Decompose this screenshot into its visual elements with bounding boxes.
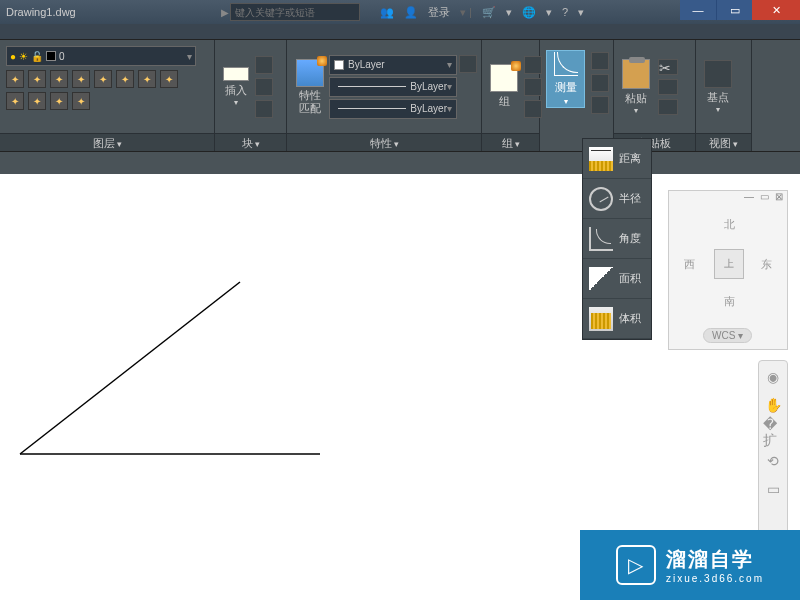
chevron-down-icon: ▾ <box>564 97 568 106</box>
panel-utilities: 测量 ▾ <box>540 40 614 151</box>
layer-tool-6[interactable]: ✦ <box>116 70 134 88</box>
color-combo[interactable]: ByLayer ▾ <box>329 55 457 75</box>
signin-label[interactable]: 登录 <box>428 5 450 20</box>
nav-showmotion-icon[interactable]: ▭ <box>763 479 783 499</box>
group-button[interactable]: 组 <box>486 60 522 113</box>
insert-button[interactable]: 插入 ▾ <box>219 67 253 107</box>
layer-tool-10[interactable]: ✦ <box>28 92 46 110</box>
panel-group: 组 组▾ <box>482 40 540 151</box>
calculator-icon[interactable] <box>591 96 609 114</box>
layer-tool-8[interactable]: ✦ <box>160 70 178 88</box>
help-dd[interactable]: ▾ <box>578 6 584 19</box>
lineweight-icon <box>338 86 406 87</box>
viewcube-top-face[interactable]: 上 <box>714 249 744 279</box>
stayconnected-icon[interactable]: 🌐 <box>522 6 536 19</box>
nav-pan-icon[interactable]: ✋ <box>763 395 783 415</box>
stayconnected-dd[interactable]: ▾ <box>546 6 552 19</box>
viewcube-east[interactable]: 东 <box>761 257 772 272</box>
linetype-icon <box>338 108 406 109</box>
close-button[interactable]: ✕ <box>752 0 800 20</box>
measure-volume-item[interactable]: 体积 <box>583 299 651 339</box>
layer-combo[interactable]: ● ☀ 🔓 0 ▾ <box>6 46 196 66</box>
nav-zoom-icon[interactable]: �扩 <box>763 423 783 443</box>
lineweight-combo[interactable]: ByLayer ▾ <box>329 77 457 97</box>
navigation-bar: ◉ ✋ �扩 ⟲ ▭ <box>758 360 788 540</box>
watermark-logo-icon: ▷ <box>616 545 656 585</box>
vc-close-icon[interactable]: ⊠ <box>775 191 783 205</box>
measure-button[interactable]: 测量 ▾ <box>546 50 585 108</box>
titlebar: Drawing1.dwg ▶ 👥 👤 登录 ▾ | 🛒 ▾ 🌐 ▾ ? ▾ — … <box>0 0 800 24</box>
edit-block-icon[interactable] <box>255 78 273 96</box>
linetype-combo[interactable]: ByLayer ▾ <box>329 99 457 119</box>
list-icon[interactable] <box>459 55 477 73</box>
panel-title-block[interactable]: 块▾ <box>215 133 286 151</box>
cut-icon[interactable]: ✂ <box>658 59 678 75</box>
viewcube[interactable]: 北 南 西 东 上 <box>678 213 778 313</box>
edit-attr-icon[interactable] <box>255 100 273 118</box>
chevron-down-icon: ▾ <box>716 105 720 114</box>
document-filename: Drawing1.dwg <box>0 6 76 18</box>
exchange-icon[interactable]: 🛒 <box>482 6 496 19</box>
measure-distance-item[interactable]: 距离 <box>583 139 651 179</box>
layer-name: 0 <box>59 51 65 62</box>
nav-orbit-icon[interactable]: ⟲ <box>763 451 783 471</box>
help-icon[interactable]: ? <box>562 6 568 18</box>
search-input[interactable] <box>235 7 355 18</box>
nav-wheel-icon[interactable]: ◉ <box>763 367 783 387</box>
layer-tool-11[interactable]: ✦ <box>50 92 68 110</box>
layer-tool-5[interactable]: ✦ <box>94 70 112 88</box>
menubar <box>0 24 800 40</box>
search-arrow-icon: ▶ <box>221 7 229 18</box>
watermark: ▷ 溜溜自学 zixue.3d66.com <box>580 530 800 600</box>
infocenter-icon[interactable]: 👥 <box>380 6 394 19</box>
layer-tool-9[interactable]: ✦ <box>6 92 24 110</box>
maximize-button[interactable]: ▭ <box>716 0 752 20</box>
signin-icon[interactable]: 👤 <box>404 6 418 19</box>
volume-icon <box>589 307 613 331</box>
viewcube-panel: — ▭ ⊠ 北 南 西 东 上 WCS ▾ <box>668 190 788 350</box>
layer-tool-12[interactable]: ✦ <box>72 92 90 110</box>
select-all-icon[interactable] <box>591 52 609 70</box>
layer-tool-4[interactable]: ✦ <box>72 70 90 88</box>
vc-minimize-icon[interactable]: — <box>744 191 754 205</box>
radius-icon <box>589 187 613 211</box>
measure-angle-item[interactable]: 角度 <box>583 219 651 259</box>
measure-area-item[interactable]: 面积 <box>583 259 651 299</box>
vc-restore-icon[interactable]: ▭ <box>760 191 769 205</box>
watermark-title: 溜溜自学 <box>666 546 764 573</box>
panel-title-view[interactable]: 视图▾ <box>696 133 751 151</box>
insert-icon <box>223 67 249 81</box>
exchange-dd[interactable]: ▾ <box>506 6 512 19</box>
basepoint-button[interactable]: 基点 ▾ <box>700 56 736 118</box>
match-properties-icon <box>296 59 324 87</box>
panel-title-group[interactable]: 组▾ <box>482 133 539 151</box>
layer-tool-7[interactable]: ✦ <box>138 70 156 88</box>
layer-tool-1[interactable]: ✦ <box>6 70 24 88</box>
minimize-button[interactable]: — <box>680 0 716 20</box>
viewcube-north[interactable]: 北 <box>724 217 735 232</box>
viewcube-south[interactable]: 南 <box>724 294 735 309</box>
quick-select-icon[interactable] <box>591 74 609 92</box>
lock-icon: 🔓 <box>31 51 43 62</box>
create-block-icon[interactable] <box>255 56 273 74</box>
layer-tool-3[interactable]: ✦ <box>50 70 68 88</box>
viewcube-west[interactable]: 西 <box>684 257 695 272</box>
paste-button[interactable]: 粘贴 ▾ <box>618 55 654 119</box>
chevron-down-icon: ▾ <box>187 51 192 62</box>
panel-title-layer[interactable]: 图层▾ <box>0 133 214 151</box>
panel-clipboard: 粘贴 ▾ ✂ 剪贴板 <box>614 40 696 151</box>
copy-icon[interactable] <box>658 79 678 95</box>
wcs-badge[interactable]: WCS ▾ <box>703 328 752 343</box>
distance-icon <box>589 147 613 171</box>
chevron-down-icon: ▾ <box>447 59 452 70</box>
group-icon <box>490 64 518 92</box>
match-properties-button[interactable]: 特性 匹配 <box>291 55 329 117</box>
bulb-icon: ● <box>10 51 16 62</box>
measure-radius-item[interactable]: 半径 <box>583 179 651 219</box>
search-box[interactable]: ▶ <box>230 3 360 21</box>
copy-base-icon[interactable] <box>658 99 678 115</box>
divider: ▾ | <box>460 6 472 19</box>
panel-title-properties[interactable]: 特性▾ <box>287 133 481 151</box>
layer-tool-2[interactable]: ✦ <box>28 70 46 88</box>
ribbon: ● ☀ 🔓 0 ▾ ✦ ✦ ✦ ✦ ✦ ✦ ✦ ✦ ✦ ✦ ✦ ✦ <box>0 40 800 152</box>
